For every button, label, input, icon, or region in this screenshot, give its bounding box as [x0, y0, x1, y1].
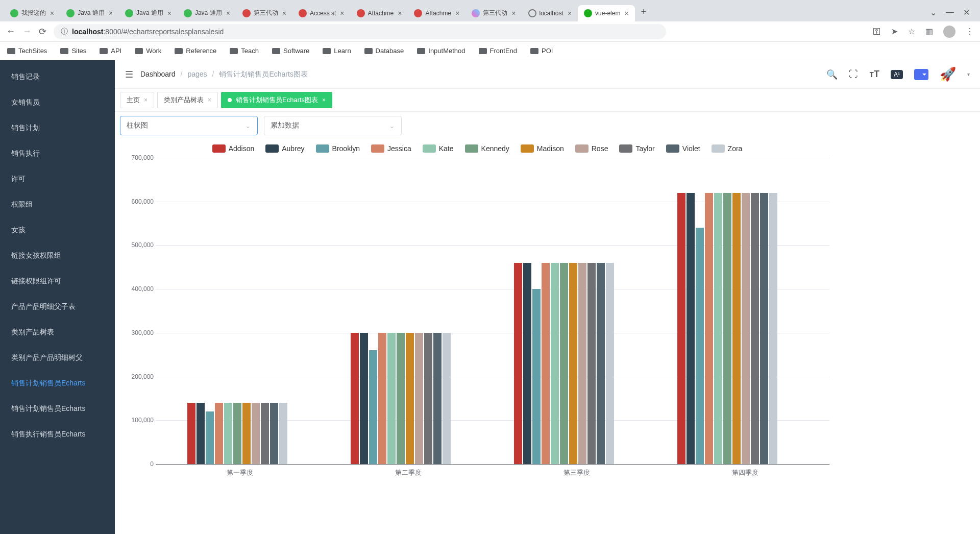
bar[interactable] [378, 333, 386, 464]
nav-forward-icon[interactable]: → [22, 26, 32, 37]
bookmark-item[interactable]: Teach [230, 47, 259, 55]
crumb-pages[interactable]: pages [187, 70, 207, 79]
close-icon[interactable]: × [108, 9, 114, 17]
sidebar-item[interactable]: 销售计划销售员Echarts [0, 371, 115, 396]
bookmark-item[interactable]: Software [272, 47, 309, 55]
sidebar-item[interactable]: 销售计划销售员Echarts [0, 396, 115, 422]
bookmark-item[interactable]: Sites [60, 47, 86, 55]
browser-tab[interactable]: Java 通用× [119, 5, 178, 21]
bar[interactable] [369, 350, 377, 464]
sidebar-item[interactable]: 产品产品明细父子表 [0, 294, 115, 320]
close-icon[interactable]: × [166, 9, 173, 17]
bar[interactable] [732, 193, 741, 464]
star-icon[interactable]: ☆ [908, 27, 915, 36]
lang-badge[interactable]: A¹ [891, 70, 903, 79]
editor-tab[interactable]: 主页× [120, 92, 154, 108]
legend-item[interactable]: Madison [521, 144, 564, 153]
browser-tab[interactable]: Access st× [292, 5, 351, 21]
bar[interactable] [760, 193, 768, 464]
bar[interactable] [187, 403, 195, 464]
bar[interactable] [233, 403, 241, 464]
bookmark-item[interactable]: Database [364, 47, 404, 55]
close-icon[interactable]: × [208, 96, 211, 104]
bar[interactable] [587, 263, 596, 464]
sidebar-item[interactable]: 类别产品树表 [0, 320, 115, 345]
sidebar-item[interactable]: 销售执行销售员Echarts [0, 422, 115, 447]
legend-item[interactable]: Addison [212, 144, 255, 153]
browser-tab[interactable]: localhost× [522, 5, 578, 21]
legend-item[interactable]: Violet [666, 144, 700, 153]
bar[interactable] [433, 333, 442, 464]
bar[interactable] [769, 193, 777, 464]
sidebar-item[interactable]: 销售执行 [0, 141, 115, 166]
sidebar-item[interactable]: 女销售员 [0, 90, 115, 115]
close-icon[interactable]: × [567, 9, 573, 17]
bar[interactable] [397, 333, 405, 464]
bar[interactable] [532, 289, 541, 464]
close-icon[interactable]: × [225, 9, 231, 17]
hamburger-icon[interactable]: ☰ [125, 69, 133, 80]
close-icon[interactable]: × [397, 9, 403, 17]
browser-tab[interactable]: 我投递的× [4, 5, 60, 21]
legend-item[interactable]: Kennedy [465, 144, 509, 153]
legend-item[interactable]: Taylor [619, 144, 654, 153]
sidebar-item[interactable]: 销售记录 [0, 64, 115, 90]
profile-avatar[interactable] [943, 26, 955, 38]
bar[interactable] [542, 263, 550, 464]
bar[interactable] [551, 263, 559, 464]
legend-item[interactable]: Rose [575, 144, 608, 153]
bar[interactable] [415, 333, 423, 464]
caret-down-icon[interactable]: ▾ [967, 71, 970, 77]
bookmark-item[interactable]: POI [530, 47, 553, 55]
select-chart-type[interactable]: 柱状图 ⌄ [120, 116, 258, 135]
sidebar-item[interactable]: 许可 [0, 166, 115, 192]
bar[interactable] [406, 333, 414, 464]
bar[interactable] [279, 403, 287, 464]
editor-tab[interactable]: 类别产品树表× [157, 92, 218, 108]
legend-item[interactable]: Zora [712, 144, 743, 153]
omnibox[interactable]: ⓘ localhost:8000/#/echartsreportsalespla… [54, 24, 666, 39]
nav-back-icon[interactable]: ← [6, 26, 15, 37]
bar[interactable] [252, 403, 260, 464]
legend-item[interactable]: Jessica [371, 144, 411, 153]
search-icon[interactable]: 🔍 [826, 69, 838, 80]
bar[interactable] [687, 193, 695, 464]
reader-icon[interactable]: ▥ [925, 27, 933, 36]
browser-tab[interactable]: Java 通用× [60, 5, 119, 21]
select-data-mode[interactable]: 累加数据 ⌄ [264, 116, 402, 135]
fullscreen-icon[interactable]: ⛶ [849, 69, 858, 80]
bar[interactable] [197, 403, 205, 464]
legend-item[interactable]: Kate [423, 144, 454, 153]
close-icon[interactable]: × [322, 96, 326, 104]
close-icon[interactable]: × [623, 9, 629, 17]
sidebar-item[interactable]: 链接女孩权限组 [0, 243, 115, 269]
close-icon[interactable]: × [339, 9, 345, 17]
bar[interactable] [523, 263, 531, 464]
legend-item[interactable]: Aubrey [265, 144, 304, 153]
bar[interactable] [224, 403, 232, 464]
minimize-icon[interactable]: — [946, 8, 954, 17]
browser-tab[interactable]: Attachme× [408, 5, 465, 21]
new-tab-button[interactable]: + [635, 3, 653, 21]
close-icon[interactable]: ✕ [963, 8, 970, 17]
bar[interactable] [751, 193, 759, 464]
bookmark-item[interactable]: TechSites [7, 47, 47, 55]
sidebar-item[interactable]: 权限组 [0, 192, 115, 217]
bar[interactable] [714, 193, 722, 464]
bookmark-item[interactable]: API [100, 47, 121, 55]
close-icon[interactable]: × [510, 9, 517, 17]
bar[interactable] [560, 263, 568, 464]
browser-tab[interactable]: 第三代动× [465, 5, 522, 21]
crumb-dashboard[interactable]: Dashboard [140, 70, 176, 79]
kebab-menu-icon[interactable]: ⋮ [966, 27, 974, 36]
sidebar-item[interactable]: 销售计划 [0, 115, 115, 141]
bar[interactable] [424, 333, 432, 464]
bar[interactable] [677, 193, 685, 464]
bar[interactable] [387, 333, 396, 464]
close-icon[interactable]: × [454, 9, 460, 17]
text-size-icon[interactable]: тT [869, 69, 879, 80]
close-icon[interactable]: × [144, 96, 148, 104]
bar[interactable] [742, 193, 750, 464]
browser-tab[interactable]: 第三代动× [236, 5, 292, 21]
bookmark-item[interactable]: Learn [323, 47, 351, 55]
